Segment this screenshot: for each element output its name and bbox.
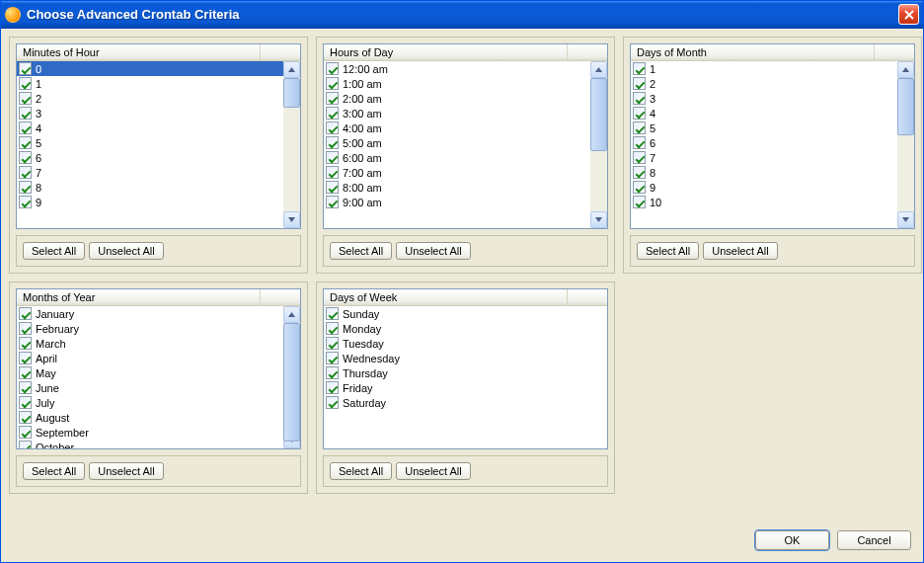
checkbox[interactable] xyxy=(19,381,32,394)
daysOfMonth-list-body[interactable]: 12345678910 xyxy=(631,61,897,228)
checkbox[interactable] xyxy=(326,166,339,179)
list-item[interactable]: 7:00 am xyxy=(324,165,590,180)
list-item[interactable]: March xyxy=(17,336,283,351)
list-item[interactable]: 4 xyxy=(631,106,897,121)
list-item[interactable]: 3 xyxy=(631,91,897,106)
list-item[interactable]: Tuesday xyxy=(324,336,607,351)
list-item[interactable]: 4 xyxy=(17,121,283,135)
scroll-track[interactable] xyxy=(283,323,300,432)
list-item[interactable]: May xyxy=(17,365,283,380)
scroll-up-button[interactable] xyxy=(897,61,914,78)
checkbox[interactable] xyxy=(19,92,32,105)
scroll-track[interactable] xyxy=(283,78,300,211)
checkbox[interactable] xyxy=(633,121,646,134)
checkbox[interactable] xyxy=(326,181,339,194)
checkbox[interactable] xyxy=(19,441,32,448)
list-item[interactable]: 10 xyxy=(631,195,897,209)
checkbox[interactable] xyxy=(633,181,646,194)
checkbox[interactable] xyxy=(633,77,646,90)
list-item[interactable]: 4:00 am xyxy=(324,121,590,135)
unselect-all-button[interactable]: Unselect All xyxy=(89,462,163,480)
checkbox[interactable] xyxy=(19,337,32,350)
list-item[interactable]: 1 xyxy=(631,61,897,76)
select-all-button[interactable]: Select All xyxy=(637,242,699,260)
scroll-down-button[interactable] xyxy=(897,211,914,228)
list-item[interactable]: 5:00 am xyxy=(324,135,590,150)
checkbox[interactable] xyxy=(19,307,32,320)
scroll-thumb[interactable] xyxy=(283,323,300,442)
checkbox[interactable] xyxy=(633,92,646,105)
scroll-up-button[interactable] xyxy=(590,61,607,78)
list-item[interactable]: June xyxy=(17,380,283,395)
checkbox[interactable] xyxy=(326,352,339,364)
checkbox[interactable] xyxy=(326,77,339,90)
hours-scrollbar[interactable] xyxy=(590,61,607,228)
scroll-down-button[interactable] xyxy=(590,211,607,228)
list-item[interactable]: Thursday xyxy=(324,365,607,380)
checkbox[interactable] xyxy=(326,62,339,75)
scroll-thumb[interactable] xyxy=(897,78,914,135)
list-item[interactable]: October xyxy=(17,440,283,448)
list-item[interactable]: Sunday xyxy=(324,306,607,321)
checkbox[interactable] xyxy=(19,196,32,208)
checkbox[interactable] xyxy=(633,62,646,75)
minutes-scrollbar[interactable] xyxy=(283,61,300,228)
checkbox[interactable] xyxy=(326,337,339,350)
checkbox[interactable] xyxy=(19,411,32,424)
checkbox[interactable] xyxy=(19,322,32,335)
select-all-button[interactable]: Select All xyxy=(23,462,85,480)
list-item[interactable]: January xyxy=(17,306,283,321)
minutes-list-header[interactable]: Minutes of Hour xyxy=(17,44,300,61)
list-item[interactable]: 12:00 am xyxy=(324,61,590,76)
checkbox[interactable] xyxy=(326,396,339,409)
checkbox[interactable] xyxy=(326,151,339,164)
checkbox[interactable] xyxy=(19,166,32,179)
scroll-thumb[interactable] xyxy=(590,78,607,151)
select-all-button[interactable]: Select All xyxy=(23,242,85,260)
list-item[interactable]: September xyxy=(17,425,283,440)
hours-column-header[interactable]: Hours of Day xyxy=(324,44,568,60)
daysOfMonth-list-header[interactable]: Days of Month xyxy=(631,44,914,61)
scroll-track[interactable] xyxy=(590,78,607,211)
list-item[interactable]: 5 xyxy=(631,121,897,135)
list-item[interactable]: 8 xyxy=(17,180,283,195)
unselect-all-button[interactable]: Unselect All xyxy=(89,242,163,260)
ok-button[interactable]: OK xyxy=(755,530,829,550)
list-item[interactable]: 2 xyxy=(631,76,897,91)
checkbox[interactable] xyxy=(326,92,339,105)
list-item[interactable]: April xyxy=(17,351,283,365)
list-item[interactable]: 2:00 am xyxy=(324,91,590,106)
list-item[interactable]: 7 xyxy=(631,150,897,165)
scroll-down-button[interactable] xyxy=(283,211,300,228)
minutes-list-body[interactable]: 0123456789 xyxy=(17,61,283,228)
list-item[interactable]: 6 xyxy=(631,135,897,150)
list-item[interactable]: August xyxy=(17,410,283,425)
checkbox[interactable] xyxy=(19,426,32,439)
minutes-column-header[interactable]: Minutes of Hour xyxy=(17,44,261,60)
checkbox[interactable] xyxy=(19,121,32,134)
list-item[interactable]: 9 xyxy=(631,180,897,195)
scroll-up-button[interactable] xyxy=(283,306,300,323)
list-item[interactable]: 3:00 am xyxy=(324,106,590,121)
checkbox[interactable] xyxy=(19,107,32,120)
daysOfWeek-column-header[interactable]: Days of Week xyxy=(324,289,568,305)
list-item[interactable]: Friday xyxy=(324,380,607,395)
scroll-thumb[interactable] xyxy=(283,78,300,108)
list-item[interactable]: 8:00 am xyxy=(324,180,590,195)
checkbox[interactable] xyxy=(19,396,32,409)
checkbox[interactable] xyxy=(326,307,339,320)
list-item[interactable]: Monday xyxy=(324,321,607,336)
hours-list-header[interactable]: Hours of Day xyxy=(324,44,607,61)
checkbox[interactable] xyxy=(326,196,339,208)
list-item[interactable]: 1 xyxy=(17,76,283,91)
list-item[interactable]: 6:00 am xyxy=(324,150,590,165)
months-column-header[interactable]: Months of Year xyxy=(17,289,261,305)
select-all-button[interactable]: Select All xyxy=(330,242,392,260)
list-item[interactable]: 1:00 am xyxy=(324,76,590,91)
months-list-body[interactable]: JanuaryFebruaryMarchAprilMayJuneJulyAugu… xyxy=(17,306,283,448)
checkbox[interactable] xyxy=(326,322,339,335)
list-item[interactable]: Wednesday xyxy=(324,351,607,365)
daysOfMonth-column-header[interactable]: Days of Month xyxy=(631,44,875,60)
list-item[interactable]: 7 xyxy=(17,165,283,180)
checkbox[interactable] xyxy=(326,381,339,394)
